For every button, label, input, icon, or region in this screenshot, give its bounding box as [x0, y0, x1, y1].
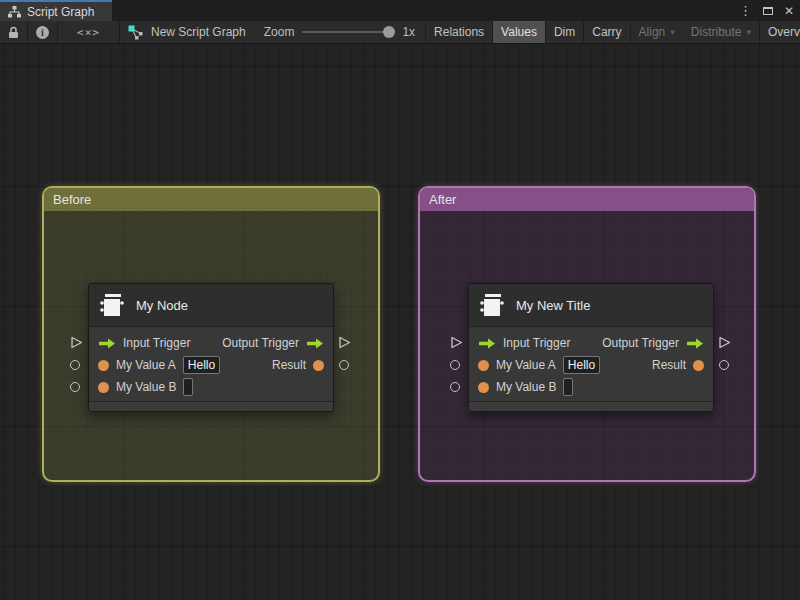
graph-toolbar: i <×> New Script Graph Zoom 1x R — [0, 21, 800, 44]
node-header[interactable]: My Node — [89, 284, 333, 327]
tab-script-graph[interactable]: Script Graph — [0, 0, 112, 21]
ext-result-port[interactable] — [719, 360, 729, 370]
ext-value-b-port[interactable] — [70, 382, 80, 392]
node-title: My New Title — [516, 298, 590, 313]
ext-value-a-port[interactable] — [450, 360, 460, 370]
node-footer — [469, 401, 713, 411]
values-toggle[interactable]: Values — [493, 21, 546, 43]
align-dropdown[interactable]: Align ▾ — [631, 21, 683, 43]
trigger-out-icon[interactable] — [306, 337, 324, 350]
code-icon: <×> — [77, 26, 100, 39]
node-body: Input Trigger Output Trigger My Value A … — [469, 327, 713, 398]
distribute-dropdown[interactable]: Distribute ▾ — [683, 21, 760, 43]
node-title: My Node — [136, 298, 188, 313]
code-preview-button[interactable]: <×> — [58, 21, 120, 43]
trigger-in-icon[interactable] — [98, 337, 116, 350]
carry-toggle[interactable]: Carry — [584, 21, 630, 43]
trigger-out-icon[interactable] — [686, 337, 704, 350]
dim-toggle[interactable]: Dim — [546, 21, 584, 43]
value-port-icon[interactable] — [478, 382, 489, 393]
ext-trigger-out-port[interactable] — [718, 336, 731, 349]
tab-title: Script Graph — [27, 5, 94, 19]
port-row-trigger: Input Trigger Output Trigger — [469, 332, 713, 354]
unity-script-graph-window: Script Graph ⋮ ✕ i <×> — [0, 0, 800, 600]
unit-node-icon — [478, 292, 506, 319]
ext-result-port[interactable] — [339, 360, 349, 370]
lock-icon — [8, 26, 19, 39]
graph-name-label: New Script Graph — [151, 25, 246, 39]
group-title: After — [429, 192, 456, 207]
group-before-header[interactable]: Before — [44, 188, 378, 211]
title-bar: Script Graph ⋮ ✕ — [0, 0, 800, 21]
group-title: Before — [53, 192, 91, 207]
graph-canvas[interactable]: Before After My Node — [0, 44, 800, 600]
node-my-new-title[interactable]: My New Title Input Trigger Output Trigge… — [468, 283, 714, 412]
zoom-slider[interactable] — [302, 31, 394, 33]
zoom-value: 1x — [402, 25, 415, 39]
zoom-label: Zoom — [264, 25, 295, 39]
overview-button[interactable]: Overview — [760, 21, 800, 43]
lock-button[interactable] — [0, 21, 28, 43]
value-b-input[interactable] — [563, 378, 573, 396]
maximize-icon[interactable] — [763, 7, 773, 15]
port-row-value-a: My Value A Hello Result — [469, 354, 713, 376]
info-icon: i — [36, 26, 49, 39]
ext-value-a-port[interactable] — [70, 360, 80, 370]
close-icon[interactable]: ✕ — [784, 5, 794, 17]
chevron-down-icon: ▾ — [747, 27, 752, 37]
port-row-value-b: My Value B — [469, 376, 713, 398]
ext-trigger-in-port[interactable] — [70, 336, 83, 349]
value-port-icon[interactable] — [313, 360, 324, 371]
ext-value-b-port[interactable] — [450, 382, 460, 392]
node-footer — [89, 401, 333, 411]
node-header[interactable]: My New Title — [469, 284, 713, 327]
ext-trigger-in-port[interactable] — [450, 336, 463, 349]
port-row-value-a: My Value A Hello Result — [89, 354, 333, 376]
value-port-icon[interactable] — [693, 360, 704, 371]
graph-name-cell[interactable]: New Script Graph — [120, 21, 254, 43]
graph-tab-icon — [8, 6, 21, 18]
info-button[interactable]: i — [28, 21, 58, 43]
ext-trigger-out-port[interactable] — [338, 336, 351, 349]
script-graph-icon — [128, 25, 144, 40]
window-menu-icon[interactable]: ⋮ — [739, 4, 752, 17]
group-after-header[interactable]: After — [420, 188, 754, 211]
port-row-trigger: Input Trigger Output Trigger — [89, 332, 333, 354]
relations-toggle[interactable]: Relations — [425, 21, 493, 43]
port-row-value-b: My Value B — [89, 376, 333, 398]
trigger-in-icon[interactable] — [478, 337, 496, 350]
zoom-control: Zoom 1x — [254, 21, 425, 43]
value-b-input[interactable] — [183, 378, 193, 396]
value-a-input[interactable]: Hello — [563, 356, 600, 374]
node-body: Input Trigger Output Trigger My Value A … — [89, 327, 333, 398]
value-port-icon[interactable] — [478, 360, 489, 371]
value-port-icon[interactable] — [98, 382, 109, 393]
node-my-node[interactable]: My Node Input Trigger Output Trigger — [88, 283, 334, 412]
window-controls: ⋮ ✕ — [739, 0, 794, 21]
value-port-icon[interactable] — [98, 360, 109, 371]
value-a-input[interactable]: Hello — [183, 356, 220, 374]
chevron-down-icon: ▾ — [670, 27, 675, 37]
unit-node-icon — [98, 292, 126, 319]
zoom-slider-thumb[interactable] — [383, 26, 395, 38]
